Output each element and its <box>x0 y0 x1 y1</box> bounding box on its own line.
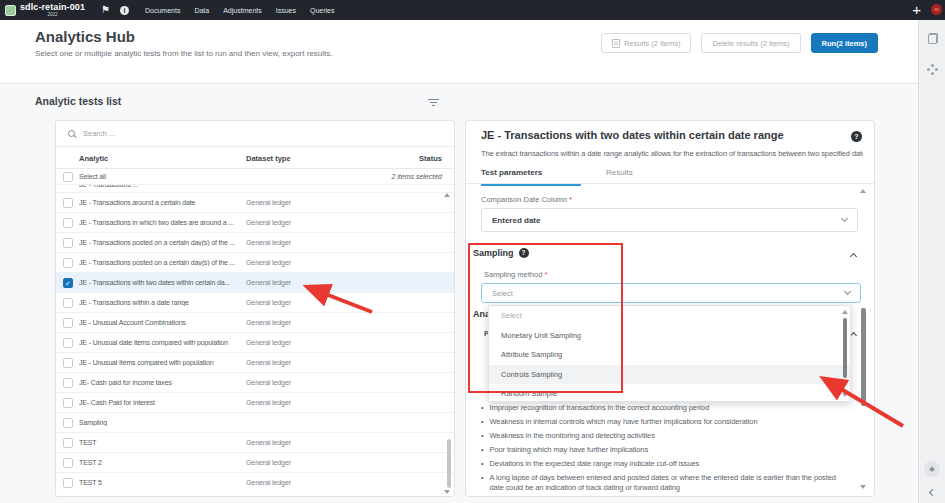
select-all-label: Select all <box>79 173 242 180</box>
analytic-name: TEST 2 <box>79 459 242 466</box>
filter-icon[interactable] <box>428 99 439 108</box>
comparison-date-value: Entered date <box>492 216 540 225</box>
bullet-icon <box>481 403 484 413</box>
col-dataset-type[interactable]: Dataset type <box>246 154 291 163</box>
table-row[interactable]: TEST 5 General ledger <box>56 472 454 492</box>
delete-results-button[interactable]: Delete results (2 items) <box>701 33 800 53</box>
row-checkbox[interactable] <box>63 478 73 488</box>
col-status[interactable]: Status <box>419 154 442 163</box>
scrollbar-thumb[interactable] <box>447 439 452 488</box>
row-checkbox[interactable] <box>63 298 73 308</box>
content-area: Analytic tests list Analytic Dataset typ… <box>0 85 918 503</box>
dataset-type: General ledger <box>246 439 291 446</box>
table-row[interactable]: TEST General ledger <box>56 432 454 452</box>
nav-item-queries[interactable]: Queries <box>310 7 335 14</box>
row-checkbox[interactable] <box>63 258 73 268</box>
collapse-rail-icon[interactable] <box>929 489 936 496</box>
add-icon[interactable]: + <box>912 1 921 19</box>
row-checkbox[interactable] <box>63 438 73 448</box>
table-header-row: Analytic Dataset type Status <box>56 147 454 169</box>
table-row[interactable]: TEST 2 General ledger <box>56 452 454 472</box>
tab-test-parameters[interactable]: Test parameters <box>481 168 581 186</box>
bullet-text: A long lapse of days between entered and… <box>490 473 846 492</box>
page-header: Analytics Hub Select one or multiple ana… <box>0 20 918 84</box>
copy-icon[interactable] <box>928 33 938 44</box>
row-checkbox[interactable] <box>63 198 73 208</box>
scrollbar-down-icon[interactable] <box>444 490 450 494</box>
row-checkbox[interactable] <box>63 238 73 248</box>
col-analytic[interactable]: Analytic <box>79 154 108 163</box>
analytic-name: JE - Unusual Account Combinations <box>79 319 242 326</box>
run-button[interactable]: Run(2 items) <box>811 33 878 53</box>
table-row[interactable]: JE - Transactions posted on a certain da… <box>56 232 454 252</box>
dataset-type: General ledger <box>246 459 291 466</box>
analytic-name: TEST <box>79 439 242 446</box>
select-all-checkbox[interactable] <box>63 172 73 182</box>
row-checkbox[interactable] <box>63 398 73 408</box>
dataset-type: General ledger <box>246 319 291 326</box>
row-checkbox[interactable] <box>63 358 73 368</box>
analytic-name: JE - Transactions around a certain date <box>79 199 242 206</box>
comparison-date-label-text: Comparison Date Column <box>481 195 567 204</box>
table-row[interactable]: Sampling <box>56 412 454 432</box>
avatar[interactable] <box>931 4 942 15</box>
select-all-row[interactable]: Select all 2 items selected <box>56 169 454 184</box>
nav-item-issues[interactable]: Issues <box>276 7 296 14</box>
table-row[interactable]: JE- Cash Paid for interest General ledge… <box>56 392 454 412</box>
dataset-type: General ledger <box>246 239 291 246</box>
analytic-name: JE - Transactions within a date range <box>79 299 242 306</box>
table-row[interactable]: JE - Unusual date items compared with po… <box>56 332 454 352</box>
collapse-sampling-icon[interactable] <box>850 253 857 260</box>
bullet-item: Deviations in the expected date range ma… <box>481 459 846 469</box>
nav-item-adjustments[interactable]: Adjustments <box>223 7 262 14</box>
table-row[interactable]: JE - Transactions in which two dates are… <box>56 212 454 232</box>
table-row-clipped[interactable]: JE - Transactions ... General ledger <box>56 184 454 192</box>
flag-icon[interactable]: ⚑ <box>101 5 110 15</box>
panel-scrollbar-thumb[interactable] <box>861 308 866 406</box>
results-button[interactable]: Results (2 items) <box>601 33 691 53</box>
bullet-icon <box>481 445 484 455</box>
app-logo <box>5 5 16 16</box>
tab-results[interactable]: Results <box>606 168 633 177</box>
table-row-selected[interactable]: JE - Transactions with two dates within … <box>56 272 454 292</box>
delete-button-label: Delete results (2 items) <box>712 39 789 48</box>
gem-icon[interactable]: ◆ <box>924 461 940 477</box>
info-icon[interactable]: i <box>120 6 129 15</box>
panel-scroll-up-icon[interactable] <box>860 189 866 193</box>
row-checkbox-checked[interactable] <box>63 278 73 288</box>
table-row[interactable]: JE - Transactions around a certain date … <box>56 192 454 212</box>
table-row[interactable]: JE - Transactions posted on a certain da… <box>56 252 454 272</box>
nav-item-data[interactable]: Data <box>194 7 209 14</box>
row-checkbox[interactable] <box>63 218 73 228</box>
bullet-text: Weakness in the monitoring and detecting… <box>490 431 655 441</box>
row-checkbox[interactable] <box>63 458 73 468</box>
table-row[interactable]: JE- Cash paid for income taxes General l… <box>56 372 454 392</box>
nav-item-documents[interactable]: Documents <box>145 7 180 14</box>
help-icon[interactable]: ? <box>851 131 862 142</box>
table-row[interactable]: JE - Unusual Account Combinations Genera… <box>56 312 454 332</box>
dropdown-scroll-down-icon[interactable] <box>842 393 848 397</box>
collapse-analytic-details-icon[interactable] <box>850 332 857 339</box>
row-checkbox[interactable] <box>63 378 73 388</box>
table-row[interactable]: JE - Unusual Items compared with populat… <box>56 352 454 372</box>
analytic-name: Sampling <box>79 419 242 426</box>
detail-tabs: Test parameters Results <box>466 163 874 184</box>
row-checkbox[interactable] <box>63 418 73 428</box>
table-row[interactable]: JE - Transactions within a date range Ge… <box>56 292 454 312</box>
analytic-name: JE- Cash Paid for interest <box>79 399 242 406</box>
bullet-icon <box>481 431 484 441</box>
dropdown-scrollbar-thumb[interactable] <box>843 318 847 378</box>
row-checkbox[interactable] <box>63 338 73 348</box>
app-name: sdlc-retain-001 <box>20 3 85 12</box>
search-input[interactable] <box>83 129 413 138</box>
comparison-date-select[interactable]: Entered date <box>481 208 858 232</box>
apps-cluster-icon[interactable] <box>927 64 938 75</box>
panel-scroll-down-icon[interactable] <box>860 485 866 489</box>
scrollbar-up-icon[interactable] <box>444 193 450 197</box>
row-checkbox[interactable] <box>63 318 73 328</box>
dataset-type: General ledger <box>246 299 291 306</box>
search-icon <box>68 130 75 137</box>
bullet-icon <box>481 417 484 427</box>
search-row <box>56 121 454 147</box>
dropdown-scroll-up-icon[interactable] <box>842 310 848 314</box>
